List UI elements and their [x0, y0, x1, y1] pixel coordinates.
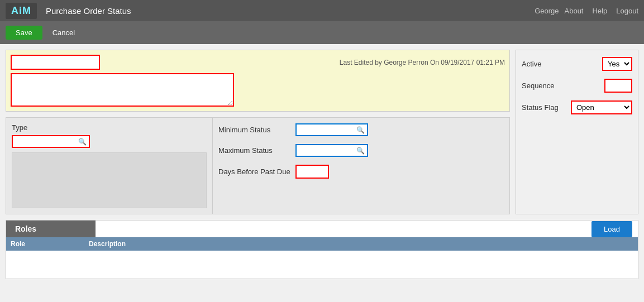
active-select[interactable]: Yes No [602, 57, 632, 71]
sequence-input[interactable] [604, 79, 632, 93]
status-flag-select[interactable]: Open Closed Pending Cancelled [571, 100, 632, 114]
save-button[interactable]: Save [6, 26, 42, 40]
right-panel: Active Yes No Sequence Status Flag Open … [516, 50, 638, 214]
last-edited-text: Last Edited by George Perron On 09/19/20… [340, 59, 505, 66]
roles-header-bar: Roles Load [6, 220, 638, 237]
type-label: Type [12, 123, 207, 132]
max-status-label: Maximum Status [218, 146, 291, 155]
name-field[interactable] [11, 55, 100, 70]
middle-section: Type 🔍 Minimum Status 🔍 Maximum St [6, 117, 510, 214]
max-status-search-icon[interactable]: 🔍 [356, 147, 365, 155]
roles-section: Roles Load Role Description [6, 220, 638, 279]
roles-table-body [6, 251, 638, 279]
main-content: Last Edited by George Perron On 09/19/20… [0, 44, 644, 220]
min-status-search-icon[interactable]: 🔍 [356, 126, 365, 134]
days-before-row: Days Before Past Due [218, 165, 504, 179]
nav-links: About Help Logout [565, 7, 639, 15]
type-list-area [12, 152, 207, 208]
roles-table-header: Role Description [6, 237, 638, 251]
type-search-icon[interactable]: 🔍 [78, 138, 87, 146]
user-name: George [535, 7, 559, 15]
description-field[interactable] [11, 73, 234, 107]
top-nav: AiM Purchase Order Status George About H… [0, 0, 644, 21]
active-label: Active [522, 60, 561, 68]
active-row: Active Yes No [522, 57, 632, 71]
max-status-search-wrap: 🔍 [295, 144, 368, 157]
page-title: Purchase Order Status [46, 6, 535, 16]
days-before-label: Days Before Past Due [218, 167, 291, 176]
status-flag-label: Status Flag [522, 103, 561, 112]
min-status-row: Minimum Status 🔍 [218, 123, 504, 136]
status-panel: Minimum Status 🔍 Maximum Status 🔍 Days B… [213, 118, 509, 214]
max-status-row: Maximum Status 🔍 [218, 144, 504, 157]
type-panel: Type 🔍 [6, 118, 213, 214]
days-before-input[interactable] [295, 165, 329, 179]
status-flag-row: Status Flag Open Closed Pending Cancelle… [522, 100, 632, 114]
toolbar: Save Cancel [0, 21, 644, 44]
top-section: Last Edited by George Perron On 09/19/20… [6, 50, 510, 112]
load-button[interactable]: Load [591, 221, 632, 237]
help-link[interactable]: Help [592, 7, 607, 15]
left-panel: Last Edited by George Perron On 09/19/20… [6, 50, 510, 214]
sequence-row: Sequence [522, 79, 632, 93]
cancel-button[interactable]: Cancel [47, 26, 80, 40]
type-search-wrap: 🔍 [12, 135, 90, 148]
role-column-header: Role [11, 240, 89, 248]
sequence-label: Sequence [522, 82, 561, 90]
app-logo: AiM [6, 3, 37, 19]
logout-link[interactable]: Logout [616, 7, 638, 15]
roles-title: Roles [6, 220, 96, 237]
min-status-input[interactable] [299, 126, 356, 134]
about-link[interactable]: About [565, 7, 584, 15]
top-section-row1: Last Edited by George Perron On 09/19/20… [11, 55, 505, 70]
max-status-input[interactable] [299, 146, 356, 155]
min-status-search-wrap: 🔍 [295, 123, 368, 136]
type-search-input[interactable] [15, 137, 78, 146]
description-column-header: Description [89, 240, 633, 248]
min-status-label: Minimum Status [218, 126, 291, 134]
